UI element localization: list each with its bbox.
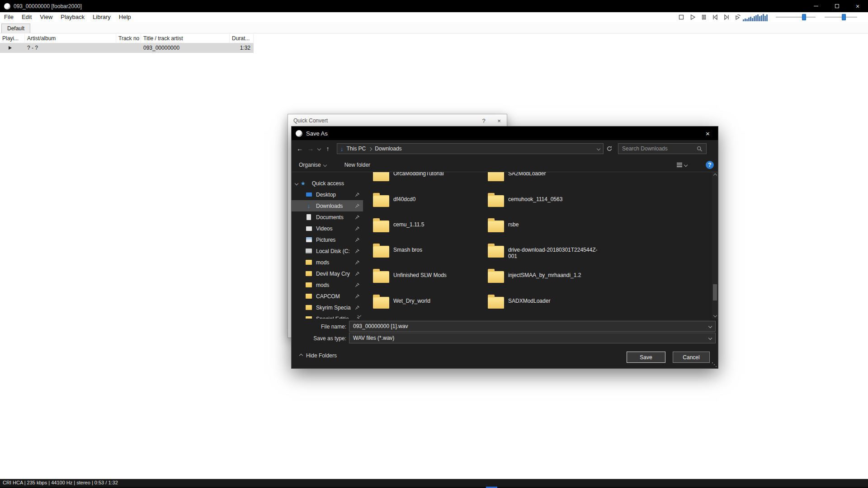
back-button[interactable]: ← <box>294 145 305 152</box>
search-box[interactable]: Search Downloads <box>618 143 707 154</box>
next-track-button[interactable] <box>722 13 731 21</box>
sidebar-item-mods[interactable]: mods <box>292 257 363 268</box>
stop-icon <box>678 14 685 21</box>
organise-button[interactable]: Organise <box>299 162 326 168</box>
sidebar-item-local-disk-c-[interactable]: Local Disk (C: <box>292 245 363 257</box>
close-button[interactable]: × <box>847 0 868 12</box>
view-options-button[interactable] <box>677 163 687 167</box>
seek-slider[interactable] <box>776 12 816 22</box>
foobar-titlebar: 093_00000000 [foobar2000] × <box>0 0 868 12</box>
folder-icon <box>373 172 389 181</box>
visualizer-bar <box>752 18 753 21</box>
chevron-down-icon <box>358 314 361 317</box>
seek-handle[interactable] <box>802 14 806 20</box>
sidebar-item-label: Skyrim Specia <box>316 305 353 311</box>
sidebar-item-quick-access[interactable]: ★Quick access <box>292 178 363 189</box>
folder-tile[interactable]: df40dcd0 <box>373 195 484 207</box>
volume-slider[interactable] <box>825 12 857 22</box>
menu-library[interactable]: Library <box>89 12 115 22</box>
menu-view[interactable]: View <box>36 12 57 22</box>
folder-tile[interactable]: SA2ModLoader <box>488 172 599 181</box>
resize-grip[interactable] <box>716 366 717 367</box>
folder-icon <box>305 259 312 266</box>
sidebar-item-skyrim-specia[interactable]: Skyrim Specia <box>292 302 363 313</box>
playlist-column-header[interactable]: Track no <box>116 34 141 43</box>
history-dropdown-button[interactable] <box>316 147 322 150</box>
sidebar-item-videos[interactable]: Videos <box>292 223 363 234</box>
visualizer-bar <box>766 14 768 21</box>
visualizer-bar <box>764 16 766 21</box>
save-button[interactable]: Save <box>627 352 665 363</box>
hide-folders-label: Hide Folders <box>306 352 337 359</box>
pin-icon-wrap <box>355 260 360 265</box>
playlist-column-header[interactable]: Artist/album <box>25 34 116 43</box>
maximize-button[interactable] <box>826 0 847 12</box>
sidebar-item-desktop[interactable]: Desktop <box>292 189 363 200</box>
menu-file[interactable]: File <box>0 12 18 22</box>
volume-handle[interactable] <box>842 14 846 20</box>
folder-tile[interactable]: cemu_1.11.5 <box>373 221 484 232</box>
search-input[interactable]: Search Downloads <box>622 145 697 152</box>
playlist-tab-default[interactable]: Default <box>1 23 30 33</box>
chevron-down-icon[interactable] <box>708 324 712 328</box>
folder-name: Wet_Dry_world <box>393 298 484 309</box>
cancel-button[interactable]: Cancel <box>673 352 710 363</box>
sidebar-item-pictures[interactable]: Pictures <box>292 234 363 245</box>
folder-tile[interactable]: SADXModLoader <box>488 297 599 309</box>
breadcrumb[interactable]: ↓ This PC Downloads <box>337 143 604 154</box>
save-as-type-select[interactable]: WAV files (*.wav) <box>349 333 716 343</box>
hide-folders-button[interactable]: Hide Folders <box>300 352 337 359</box>
minimize-button[interactable] <box>806 0 826 12</box>
save-as-close-button[interactable]: × <box>698 127 718 140</box>
folder-tile[interactable]: Wet_Dry_world <box>373 297 484 309</box>
menu-help[interactable]: Help <box>115 12 135 22</box>
duration-cell: 1:32 <box>230 43 254 53</box>
folder-tile[interactable]: Smash bros <box>373 246 484 258</box>
sidebar-item-special-editio[interactable]: Special Editio <box>292 313 363 319</box>
quick-convert-help-button[interactable]: ? <box>476 114 491 127</box>
breadcrumb-downloads[interactable]: Downloads <box>375 145 401 152</box>
folder-tile[interactable]: Unfinished SLW Mods <box>373 271 484 283</box>
folder-name: df40dcd0 <box>393 196 484 207</box>
refresh-button[interactable] <box>604 145 615 152</box>
expander-chevron-icon[interactable] <box>295 182 298 185</box>
breadcrumb-dropdown-button[interactable] <box>597 147 600 150</box>
playlist-column-header[interactable]: Durat... <box>230 34 254 43</box>
up-button[interactable]: ↑ <box>322 145 333 152</box>
folder-tile[interactable]: cemuhook_1114_0563 <box>488 195 599 207</box>
quick-convert-close-button[interactable]: × <box>491 114 507 127</box>
stop-button[interactable] <box>676 13 686 21</box>
help-button[interactable]: ? <box>706 161 714 169</box>
sidebar-scroll-down-button[interactable] <box>358 314 361 317</box>
file-list-scrollbar[interactable] <box>712 172 718 319</box>
previous-track-button[interactable] <box>710 13 720 21</box>
sidebar-item-mods[interactable]: mods <box>292 279 363 291</box>
forward-button[interactable]: → <box>305 145 316 152</box>
scroll-up-button[interactable] <box>712 172 718 178</box>
sidebar-item-capcom[interactable]: CAPCOM <box>292 291 363 302</box>
scrollbar-thumb[interactable] <box>713 284 717 300</box>
menu-playback[interactable]: Playback <box>57 12 89 22</box>
playlist-column-header[interactable]: Playi... <box>0 34 25 43</box>
sidebar-item-devil-may-cry[interactable]: Devil May Cry <box>292 268 363 279</box>
folder-tile[interactable]: drive-download-20180301T224544Z-001 <box>488 246 599 259</box>
new-folder-button[interactable]: New folder <box>344 162 370 168</box>
random-button[interactable] <box>733 13 743 21</box>
folder-icon <box>305 293 312 300</box>
playlist-column-header[interactable]: Title / track artist <box>141 34 230 43</box>
playlist-row[interactable]: ? - ? 093_00000000 1:32 <box>0 43 254 53</box>
maximize-icon <box>835 4 839 8</box>
folder-tile[interactable]: rsbe <box>488 221 599 232</box>
breadcrumb-this-pc[interactable]: This PC <box>347 145 366 152</box>
pin-icon <box>355 249 360 253</box>
sidebar-item-documents[interactable]: Documents <box>292 211 363 223</box>
pause-button[interactable] <box>699 13 709 21</box>
play-button[interactable] <box>688 13 698 21</box>
menu-edit[interactable]: Edit <box>18 12 36 22</box>
folder-tile[interactable]: OrcaModdingTutorial <box>373 172 484 181</box>
file-name-input[interactable]: 093_00000000 [1].wav <box>349 321 716 332</box>
sidebar-item-downloads[interactable]: Downloads <box>292 200 363 211</box>
chevron-down-icon[interactable] <box>708 336 712 340</box>
folder-tile[interactable]: injectSMAA_by_mrhaandi_1.2 <box>488 271 599 283</box>
scroll-down-button[interactable] <box>712 312 718 319</box>
